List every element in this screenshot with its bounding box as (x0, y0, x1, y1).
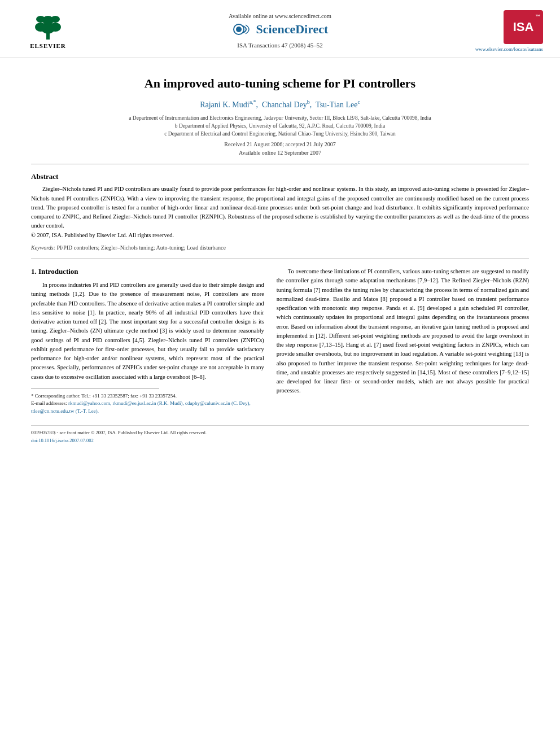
abstract-copyright: © 2007, ISA. Published by Elsevier Ltd. … (31, 232, 174, 238)
authors-line: Rajani K. Mudia,*, Chanchal Deyb, Tsu-Ti… (31, 99, 529, 110)
author-c-sup: c (357, 99, 360, 105)
section1-paragraph1: In process industries PI and PID control… (31, 281, 264, 382)
received-date: Received 21 August 2006; accepted 21 Jul… (31, 141, 529, 147)
footnote-corresponding: * Corresponding author. Tel.: +91 33 233… (31, 392, 264, 416)
svg-point-5 (36, 16, 45, 23)
divider-2 (31, 259, 529, 259)
divider-1 (31, 164, 529, 164)
header: ELSEVIER Available online at www.science… (0, 0, 560, 58)
author-a-sup: a,* (250, 99, 256, 105)
section1-title: 1. Introduction (31, 267, 264, 276)
available-date: Available online 12 September 2007 (31, 150, 529, 156)
author-c: Tsu-Tian Lee (316, 101, 357, 109)
sciencedirect-icon (232, 21, 253, 37)
isa-tm: ™ (535, 14, 540, 19)
svg-point-3 (50, 23, 61, 32)
elsevier-logo-container: ELSEVIER (17, 10, 79, 49)
sciencedirect-logo: ScienceDirect (232, 21, 329, 37)
affiliation-b: b Department of Applied Physics, Univers… (31, 122, 529, 130)
main-content: An improved auto-tuning scheme for PI co… (0, 58, 560, 456)
author-a: Rajani K. Mudi (200, 101, 250, 109)
svg-point-8 (236, 27, 242, 32)
elsevier-url: www.elsevier.com/locate/isatrans (475, 46, 543, 52)
abstract-title: Abstract (31, 172, 529, 181)
keywords-label: Keywords: (31, 244, 55, 251)
available-online-text: Available online at www.sciencedirect.co… (229, 13, 331, 19)
elsevier-logo: ELSEVIER (17, 10, 79, 49)
isa-logo-container: ISA ™ www.elsevier.com/locate/isatrans (481, 10, 543, 52)
section1-paragraph2: To overcome these limitations of PI cont… (277, 267, 529, 396)
page: ELSEVIER Available online at www.science… (0, 0, 560, 747)
footer-doi: doi:10.1016/j.isatra.2007.07.002 (31, 437, 529, 445)
column-right: To overcome these limitations of PI cont… (277, 267, 529, 415)
article-title: An improved auto-tuning scheme for PI co… (31, 76, 529, 91)
keywords-line: Keywords: PI/PID controllers; Ziegler–Ni… (31, 244, 529, 251)
footnote-email: E-mail addresses: rkmudi@yahoo.com, rkmu… (31, 400, 264, 415)
column-left: 1. Introduction In process industries PI… (31, 267, 264, 415)
footer-bar: 0019-0578/$ - see front matter © 2007, I… (31, 425, 529, 444)
isa-logo: ISA ™ (504, 10, 543, 44)
elsevier-tree-icon (28, 10, 68, 41)
isa-label: ISA (513, 20, 534, 34)
svg-point-2 (35, 23, 46, 32)
elsevier-label: ELSEVIER (30, 42, 66, 49)
affiliation-a: a Department of Instrumentation and Elec… (31, 114, 529, 122)
keywords-values: PI/PID controllers; Ziegler–Nichols tuni… (56, 244, 225, 251)
sciencedirect-container: Available online at www.sciencedirect.co… (79, 10, 481, 49)
abstract-body: Ziegler–Nichols tuned PI and PID control… (31, 186, 529, 229)
footnote-tel: * Corresponding author. Tel.: +91 33 233… (31, 392, 264, 400)
author-b: Chanchal Dey (262, 101, 307, 109)
abstract-section: Abstract Ziegler–Nichols tuned PI and PI… (31, 172, 529, 251)
journal-name: ISA Transactions 47 (2008) 45–52 (237, 42, 323, 49)
footnote-divider (31, 388, 159, 389)
two-column-layout: 1. Introduction In process industries PI… (31, 267, 529, 415)
email-label: E-mail addresses: (31, 400, 67, 406)
footer-issn: 0019-0578/$ - see front matter © 2007, I… (31, 429, 529, 437)
abstract-text: Ziegler–Nichols tuned PI and PID control… (31, 185, 529, 240)
affiliation-c: c Department of Electrical and Control E… (31, 130, 529, 138)
author-b-sup: b (307, 99, 310, 105)
svg-point-6 (51, 16, 60, 23)
sciencedirect-label: ScienceDirect (256, 22, 329, 37)
affiliations: a Department of Instrumentation and Elec… (31, 114, 529, 138)
